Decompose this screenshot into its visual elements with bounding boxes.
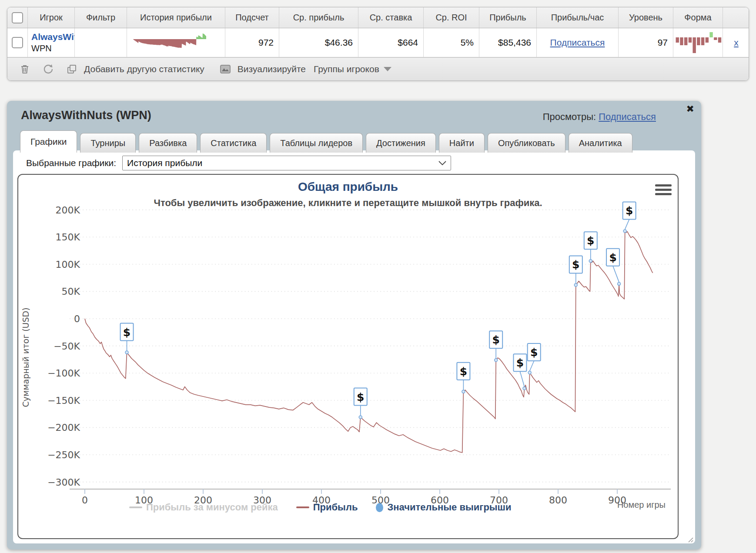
add-statistic-button[interactable]: Добавить другую статистику — [84, 64, 204, 74]
legend-label: Значительные выигрыши — [387, 502, 511, 513]
tab-3[interactable]: Разбивка — [139, 133, 197, 153]
player-groups-label: Группы игроков — [314, 64, 379, 74]
legend-item-big-wins[interactable]: Значительные выигрыши — [376, 502, 511, 513]
big-win-point-5[interactable] — [523, 387, 526, 390]
chart-type-select[interactable]: История прибыли — [122, 156, 451, 170]
player-network: WPN — [31, 43, 52, 54]
x-axis-title: Номер игры — [617, 500, 666, 510]
column-header-4[interactable]: Ср. прибыль — [279, 7, 358, 28]
table-toolbar: Добавить другую статистику Визуализируйт… — [7, 57, 749, 80]
svg-text:−250K: −250K — [47, 450, 80, 460]
tab-9[interactable]: Аналитика — [569, 133, 632, 153]
column-header-10[interactable]: Форма — [673, 7, 723, 28]
tab-1[interactable]: Графики — [20, 130, 77, 153]
big-win-point-10[interactable] — [623, 230, 626, 233]
tab-8[interactable]: Опубликовать — [488, 133, 565, 153]
column-header-6[interactable]: Ср. ROI — [423, 7, 479, 28]
svg-text:$: $ — [357, 391, 364, 403]
page: ИгрокФильтрИстория прибылиПодсчетСр. при… — [0, 0, 756, 553]
profit-cell: $85,436 — [479, 28, 536, 57]
svg-text:$: $ — [460, 365, 467, 378]
row-checkbox[interactable] — [12, 37, 23, 48]
big-win-point-6[interactable] — [528, 371, 531, 374]
count-cell: 972 — [225, 28, 279, 57]
big-win-point-1[interactable] — [125, 351, 128, 354]
form-sparkline-cell — [673, 28, 723, 57]
chart-select-row: Выбранные графики: История прибыли — [26, 156, 451, 170]
big-win-point-4[interactable] — [495, 359, 498, 362]
avg-roi-cell: 5% — [423, 28, 479, 57]
big-win-point-2[interactable] — [359, 416, 362, 419]
player-panel: AlwaysWithNuts (WPN) Просмотры: Подписат… — [7, 101, 701, 550]
avg-profit-cell: $46.36 — [279, 28, 358, 57]
tab-7[interactable]: Найти — [439, 133, 485, 153]
chevron-down-icon — [438, 161, 446, 166]
svg-text:$: $ — [587, 234, 594, 247]
column-header-9[interactable]: Уровень — [618, 7, 673, 28]
big-win-point-8[interactable] — [589, 260, 592, 263]
caret-down-icon — [384, 67, 391, 71]
legend-swatch-red — [296, 506, 309, 508]
column-header-7[interactable]: Прибыль — [479, 7, 536, 28]
tab-strip: ГрафикиТурнирыРазбивкаСтатистикаТаблицы … — [20, 130, 632, 153]
profit-chart[interactable]: 200K150K100K50K0−50K−100K−150K−200K−250K… — [17, 174, 679, 539]
panel-title: AlwaysWithNuts (WPN) — [21, 109, 151, 122]
tab-5[interactable]: Таблицы лидеров — [270, 133, 363, 153]
column-header-1[interactable]: Фильтр — [74, 7, 127, 28]
chart-menu-icon[interactable] — [655, 184, 672, 195]
resize-grip[interactable] — [687, 536, 693, 543]
tab-2[interactable]: Турниры — [80, 133, 136, 153]
svg-text:$: $ — [572, 258, 579, 271]
column-header-8[interactable]: Прибыль/час — [536, 7, 618, 28]
svg-text:$: $ — [609, 251, 616, 264]
svg-text:150K: 150K — [56, 232, 80, 243]
big-win-point-7[interactable] — [574, 283, 577, 286]
player-name[interactable]: AlwaysWithNuts — [31, 31, 74, 43]
table-row: AlwaysWithNutsWPN972$46.36$6645%$85,436П… — [7, 28, 749, 57]
visualize-button[interactable]: Визуализируйте — [238, 64, 306, 74]
header-spacer-cell — [723, 7, 749, 28]
legend-swatch-blue — [376, 503, 383, 512]
subscribe-link[interactable]: Подписаться — [550, 37, 605, 48]
chart-legend: Прибыль за минусом рейкаПрибыльЗначитель… — [129, 502, 511, 513]
select-all-checkbox[interactable] — [12, 12, 23, 23]
panel-content: Выбранные графики: История прибыли 200K1… — [13, 150, 695, 543]
legend-label: Прибыль за минусом рейка — [146, 502, 278, 513]
refresh-icon[interactable] — [42, 63, 54, 75]
column-header-3[interactable]: Подсчет — [225, 7, 279, 28]
legend-item-profit[interactable]: Прибыль — [296, 502, 358, 513]
trash-icon[interactable] — [19, 63, 31, 75]
copy-icon[interactable] — [66, 63, 78, 75]
player-groups-dropdown[interactable]: Группы игроков — [314, 64, 391, 74]
tab-4[interactable]: Статистика — [200, 133, 267, 153]
tab-6[interactable]: Достижения — [366, 133, 436, 153]
close-icon[interactable]: ✖ — [686, 103, 694, 115]
column-header-0[interactable]: Игрок — [27, 7, 74, 28]
table-header-row: ИгрокФильтрИстория прибылиПодсчетСр. при… — [7, 7, 749, 28]
chart-canvas: 200K150K100K50K0−50K−100K−150K−200K−250K… — [18, 175, 678, 538]
big-win-point-9[interactable] — [618, 282, 621, 285]
column-header-2[interactable]: История прибыли — [127, 7, 225, 28]
svg-text:$: $ — [123, 326, 130, 339]
svg-text:0: 0 — [74, 313, 80, 324]
svg-text:800: 800 — [549, 495, 567, 506]
selected-charts-label: Выбранные графики: — [26, 158, 116, 168]
chart-title: Общая прибыль — [18, 180, 678, 194]
views-label: Просмотры: — [543, 111, 596, 122]
chart-type-value: История прибыли — [127, 158, 202, 168]
legend-item-profit-minus-rake[interactable]: Прибыль за минусом рейка — [129, 502, 278, 513]
chart-subtitle: Чтобы увеличить изображение, кликните и … — [18, 197, 678, 209]
remove-cell: x — [723, 28, 749, 57]
big-win-point-3[interactable] — [462, 390, 465, 393]
filter-cell — [74, 28, 127, 57]
column-header-5[interactable]: Ср. ставка — [358, 7, 423, 28]
header-checkbox-cell — [7, 7, 27, 28]
profit-history-sparkline — [130, 30, 222, 55]
form-sparkline — [673, 30, 723, 55]
remove-row-link[interactable]: x — [734, 37, 739, 48]
row-checkbox-cell — [7, 28, 27, 57]
subscribe-views-link[interactable]: Подписаться — [599, 111, 656, 122]
player-table-widget: ИгрокФильтрИстория прибылиПодсчетСр. при… — [7, 7, 749, 81]
svg-text:Суммарный итог (USD): Суммарный итог (USD) — [21, 307, 30, 407]
visualize-icon[interactable] — [219, 63, 231, 75]
